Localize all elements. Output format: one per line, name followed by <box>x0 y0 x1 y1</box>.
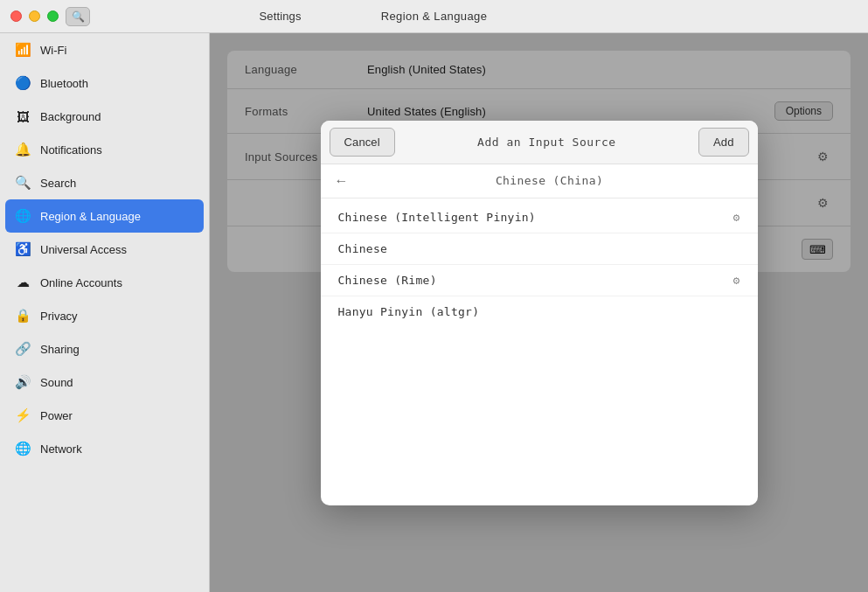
sidebar-item-region[interactable]: 🌐 Region & Language <box>5 199 204 233</box>
sidebar-item-label: Power <box>40 409 73 422</box>
sidebar-item-network[interactable]: 🌐 Network <box>5 432 204 465</box>
network-icon: 🌐 <box>14 440 31 457</box>
sidebar-item-notifications[interactable]: 🔔 Notifications <box>5 133 204 166</box>
online-accounts-icon: ☁ <box>14 274 31 291</box>
sharing-icon: 🔗 <box>14 340 31 358</box>
sidebar-item-label: Region & Language <box>40 210 141 223</box>
power-icon: ⚡ <box>14 407 31 424</box>
list-item[interactable]: Chinese (Rime) ⚙ <box>321 265 758 296</box>
search-icon: 🔍 <box>72 10 85 23</box>
search-sidebar-icon: 🔍 <box>14 174 31 192</box>
list-item[interactable]: Chinese <box>321 233 758 265</box>
modal-header: Cancel Add an Input Source Add <box>321 121 758 164</box>
back-arrow-icon[interactable]: ← <box>335 173 349 189</box>
gear-icon-2: ⚙ <box>733 274 740 287</box>
sidebar-item-label: Sound <box>40 376 73 389</box>
minimize-button[interactable] <box>29 10 40 22</box>
add-input-source-modal: Cancel Add an Input Source Add ← Chinese… <box>321 121 758 505</box>
cancel-button[interactable]: Cancel <box>330 128 395 157</box>
privacy-icon: 🔒 <box>14 307 31 324</box>
sidebar-item-universal-access[interactable]: ♿ Universal Access <box>5 233 204 266</box>
list-item-label: Hanyu Pinyin (altgr) <box>338 305 480 318</box>
sidebar-item-label: Background <box>40 110 101 123</box>
sidebar-item-bluetooth[interactable]: 🔵 Bluetooth <box>5 66 204 100</box>
sidebar-item-online-accounts[interactable]: ☁ Online Accounts <box>5 266 204 299</box>
sidebar-item-search[interactable]: 🔍 Search <box>5 166 204 199</box>
add-button[interactable]: Add <box>698 128 749 157</box>
background-icon: 🖼 <box>14 108 31 125</box>
list-item[interactable]: Chinese (Intelligent Pinyin) ⚙ <box>321 202 758 233</box>
sidebar-item-label: Online Accounts <box>40 276 122 289</box>
modal-title: Add an Input Source <box>404 136 690 149</box>
sidebar: 📶 Wi-Fi 🔵 Bluetooth 🖼 Background 🔔 Notif… <box>0 33 210 592</box>
list-item-label: Chinese (Intelligent Pinyin) <box>338 211 536 224</box>
titlebar: 🔍 Settings Region & Language <box>0 0 868 33</box>
sidebar-item-background[interactable]: 🖼 Background <box>5 100 204 133</box>
gear-icon-0: ⚙ <box>733 211 740 224</box>
region-icon: 🌐 <box>14 207 31 225</box>
sidebar-item-label: Wi-Fi <box>40 44 66 57</box>
sound-icon: 🔊 <box>14 373 31 391</box>
bluetooth-icon: 🔵 <box>14 74 31 92</box>
app-name: Settings <box>260 10 302 23</box>
titlebar-search-button[interactable]: 🔍 <box>66 7 90 26</box>
sidebar-item-label: Sharing <box>40 343 80 356</box>
close-button[interactable] <box>10 10 22 22</box>
sidebar-item-power[interactable]: ⚡ Power <box>5 399 204 432</box>
main-layout: 📶 Wi-Fi 🔵 Bluetooth 🖼 Background 🔔 Notif… <box>0 33 868 592</box>
sidebar-item-label: Universal Access <box>40 243 127 256</box>
sidebar-item-sharing[interactable]: 🔗 Sharing <box>5 332 204 366</box>
list-item-label: Chinese <box>338 242 388 255</box>
wifi-icon: 📶 <box>14 41 31 59</box>
notifications-icon: 🔔 <box>14 141 31 158</box>
sidebar-item-wifi[interactable]: 📶 Wi-Fi <box>5 33 204 66</box>
modal-subtitle: Chinese (China) <box>356 174 744 187</box>
sidebar-item-label: Network <box>40 442 82 456</box>
modal-list: Chinese (Intelligent Pinyin) ⚙ Chinese C… <box>321 198 758 331</box>
sidebar-item-label: Notifications <box>40 143 102 157</box>
list-item[interactable]: Hanyu Pinyin (altgr) <box>321 296 758 327</box>
sidebar-item-label: Privacy <box>40 310 78 323</box>
universal-access-icon: ♿ <box>14 240 31 258</box>
window-title: Region & Language <box>381 10 488 23</box>
sidebar-item-label: Search <box>40 177 76 190</box>
modal-subheader: ← Chinese (China) <box>321 164 758 198</box>
content-area: Language English (United States) Formats… <box>210 33 868 592</box>
maximize-button[interactable] <box>47 10 59 22</box>
sidebar-item-sound[interactable]: 🔊 Sound <box>5 366 204 399</box>
traffic-lights <box>10 10 59 22</box>
list-item-label: Chinese (Rime) <box>338 274 437 287</box>
modal-bottom-space <box>321 331 758 505</box>
sidebar-item-privacy[interactable]: 🔒 Privacy <box>5 299 204 332</box>
sidebar-item-label: Bluetooth <box>40 77 88 90</box>
modal-overlay: Cancel Add an Input Source Add ← Chinese… <box>210 33 868 592</box>
